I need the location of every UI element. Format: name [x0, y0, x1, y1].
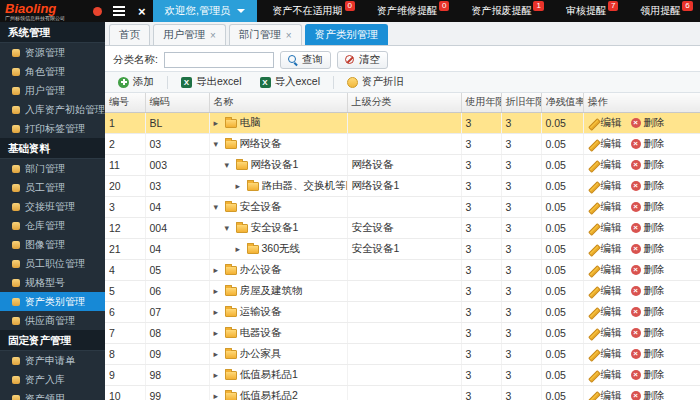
tab-0[interactable]: 首页	[109, 24, 150, 45]
tab-close-icon[interactable]: ×	[286, 30, 292, 41]
column-header-1[interactable]: 编码	[145, 93, 209, 112]
sidebar-item-1-5[interactable]: 员工职位管理	[0, 254, 105, 273]
sidebar-item-0-0[interactable]: 资源管理	[0, 43, 105, 62]
column-header-6[interactable]: 净残值率	[541, 93, 583, 112]
edit-button[interactable]: 编辑	[588, 389, 622, 400]
delete-button[interactable]: 删除	[631, 368, 665, 382]
topbar-notify-item-2[interactable]: 资产报废提醒1	[471, 4, 543, 18]
sidebar-item-1-1[interactable]: 员工管理	[0, 178, 105, 197]
delete-button[interactable]: 删除	[631, 116, 665, 130]
topbar-notify-item-3[interactable]: 审核提醒7	[566, 4, 618, 18]
table-row[interactable]: 203▾网络设备330.05编辑删除	[105, 133, 700, 154]
column-header-0[interactable]: 编号	[105, 93, 145, 112]
tree-node[interactable]: ▸路由器、交换机等网络服务	[214, 179, 343, 193]
asset-depreciation-button[interactable]: 资产折旧	[340, 73, 411, 91]
sidebar-item-1-4[interactable]: 图像管理	[0, 235, 105, 254]
edit-button[interactable]: 编辑	[588, 326, 622, 340]
edit-button[interactable]: 编辑	[588, 137, 622, 151]
delete-button[interactable]: 删除	[631, 242, 665, 256]
tree-node[interactable]: ▸电器设备	[214, 326, 343, 340]
edit-button[interactable]: 编辑	[588, 368, 622, 382]
tree-node[interactable]: ▸办公家具	[214, 347, 343, 361]
column-header-2[interactable]: 名称	[209, 93, 347, 112]
delete-button[interactable]: 删除	[631, 179, 665, 193]
table-row[interactable]: 12004▾安全设备1安全设备330.05编辑删除	[105, 217, 700, 238]
edit-button[interactable]: 编辑	[588, 200, 622, 214]
sidebar-item-0-4[interactable]: 打印标签管理	[0, 119, 105, 138]
edit-button[interactable]: 编辑	[588, 158, 622, 172]
topbar-notify-item-0[interactable]: 资产不在适用期0	[273, 4, 355, 18]
delete-button[interactable]: 删除	[631, 347, 665, 361]
table-row[interactable]: 506▸房屋及建筑物330.05编辑删除	[105, 280, 700, 301]
edit-button[interactable]: 编辑	[588, 221, 622, 235]
table-row[interactable]: 809▸办公家具330.05编辑删除	[105, 343, 700, 364]
tree-node[interactable]: ▸电脑	[214, 116, 343, 130]
sidebar-item-2-0[interactable]: 资产申请单	[0, 351, 105, 370]
tree-node[interactable]: ▸低值易耗品2	[214, 389, 343, 400]
tree-node[interactable]: ▾网络设备	[214, 137, 343, 151]
export-excel-button[interactable]: 导出excel	[174, 73, 249, 91]
add-button[interactable]: 添加	[111, 73, 161, 91]
sidebar-section-header-1[interactable]: 基础资料	[0, 138, 105, 159]
tree-node[interactable]: ▸低值易耗品1	[214, 368, 343, 382]
delete-button[interactable]: 删除	[631, 305, 665, 319]
tab-3[interactable]: 资产类别管理	[305, 24, 388, 45]
column-header-4[interactable]: 使用年限	[461, 93, 501, 112]
sidebar-item-0-2[interactable]: 用户管理	[0, 81, 105, 100]
sidebar-section-header-2[interactable]: 固定资产管理	[0, 330, 105, 351]
sidebar-item-1-3[interactable]: 仓库管理	[0, 216, 105, 235]
tree-node[interactable]: ▾安全设备	[214, 200, 343, 214]
sidebar-item-1-8[interactable]: 供应商管理	[0, 311, 105, 330]
notification-dot-icon[interactable]	[93, 7, 102, 16]
clear-button[interactable]: 清空	[337, 51, 388, 69]
edit-button[interactable]: 编辑	[588, 116, 622, 130]
edit-button[interactable]: 编辑	[588, 179, 622, 193]
edit-button[interactable]: 编辑	[588, 284, 622, 298]
edit-button[interactable]: 编辑	[588, 263, 622, 277]
sidebar-item-0-3[interactable]: 入库资产初始管理	[0, 100, 105, 119]
table-row[interactable]: 405▸办公设备330.05编辑删除	[105, 259, 700, 280]
category-name-input[interactable]	[164, 52, 274, 68]
table-row[interactable]: 607▸运输设备330.05编辑删除	[105, 301, 700, 322]
table-row[interactable]: 304▾安全设备330.05编辑删除	[105, 196, 700, 217]
table-row[interactable]: 998▸低值易耗品1330.05编辑删除	[105, 364, 700, 385]
tab-2[interactable]: 部门管理×	[229, 24, 302, 45]
table-row[interactable]: 1BL▸电脑330.05编辑删除	[105, 112, 700, 133]
column-header-3[interactable]: 上级分类	[347, 93, 461, 112]
expand-icon[interactable]: ▸	[214, 118, 222, 128]
tree-node[interactable]: ▸360无线	[214, 242, 343, 256]
sidebar-item-1-6[interactable]: 规格型号	[0, 273, 105, 292]
sidebar-item-1-0[interactable]: 部门管理	[0, 159, 105, 178]
expand-icon[interactable]: ▸	[214, 328, 222, 338]
table-row[interactable]: 11003▾网络设备1网络设备330.05编辑删除	[105, 154, 700, 175]
tree-node[interactable]: ▸办公设备	[214, 263, 343, 277]
delete-button[interactable]: 删除	[631, 137, 665, 151]
sidebar-section-header-0[interactable]: 系统管理	[0, 22, 105, 43]
topbar-notify-item-1[interactable]: 资产维修提醒0	[377, 4, 449, 18]
expand-icon[interactable]: ▸	[236, 181, 244, 191]
edit-button[interactable]: 编辑	[588, 305, 622, 319]
column-header-5[interactable]: 折旧年限	[501, 93, 541, 112]
collapse-icon[interactable]: ▾	[214, 202, 222, 212]
delete-button[interactable]: 删除	[631, 263, 665, 277]
tree-node[interactable]: ▸运输设备	[214, 305, 343, 319]
sidebar-item-0-1[interactable]: 角色管理	[0, 62, 105, 81]
delete-button[interactable]: 删除	[631, 389, 665, 400]
table-row[interactable]: 708▸电器设备330.05编辑删除	[105, 322, 700, 343]
expand-icon[interactable]: ▸	[214, 370, 222, 380]
expand-icon[interactable]: ▸	[236, 244, 244, 254]
expand-icon[interactable]: ▸	[214, 391, 222, 400]
sidebar-item-1-2[interactable]: 交接班管理	[0, 197, 105, 216]
collapse-icon[interactable]: ▾	[214, 139, 222, 149]
delete-button[interactable]: 删除	[631, 326, 665, 340]
topbar-notify-item-4[interactable]: 领用提醒6	[640, 4, 692, 18]
tree-node[interactable]: ▾网络设备1	[214, 158, 343, 172]
table-row[interactable]: 2003▸路由器、交换机等网络服务网络设备1330.05编辑删除	[105, 175, 700, 196]
delete-button[interactable]: 删除	[631, 158, 665, 172]
table-row[interactable]: 1099▸低值易耗品2330.05编辑删除	[105, 385, 700, 400]
sidebar-item-2-2[interactable]: 资产领用	[0, 389, 105, 400]
sidebar-item-1-7[interactable]: 资产类别管理	[0, 292, 105, 311]
expand-icon[interactable]: ▸	[214, 265, 222, 275]
import-excel-button[interactable]: 导入excel	[253, 73, 328, 91]
expand-icon[interactable]: ▸	[214, 307, 222, 317]
